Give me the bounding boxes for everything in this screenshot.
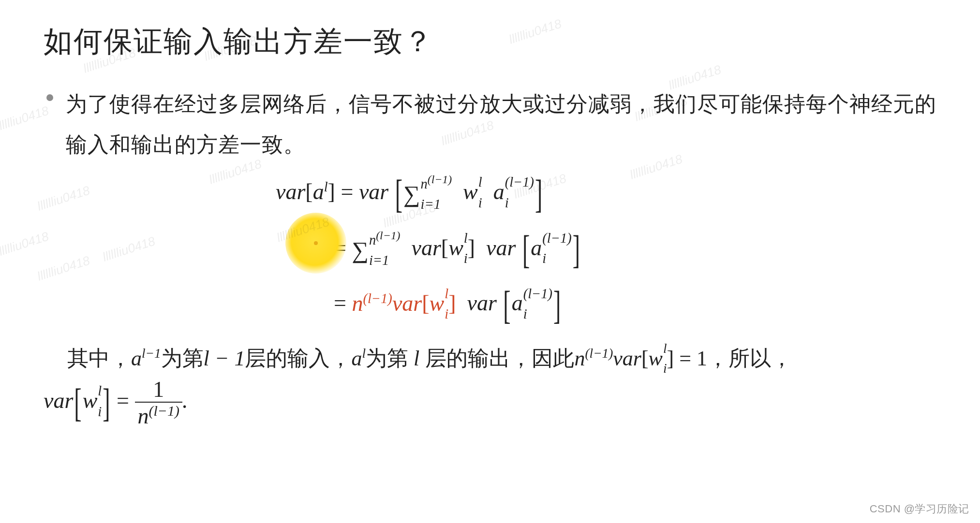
- a-token: a: [313, 180, 324, 204]
- equation-line-3: = n(l−1)var[wli] var [a(l−1)i]: [334, 291, 936, 319]
- n-token: n: [575, 347, 585, 370]
- frac-num: 1: [135, 378, 182, 402]
- a-token: a: [351, 347, 362, 370]
- l-token: l: [414, 347, 419, 370]
- l-token: l: [204, 347, 209, 370]
- sup-lm1: (l−1): [505, 175, 534, 189]
- equation-line-2: = ∑n(l−1)i=1 var[wli] var [a(l−1)i]: [334, 235, 936, 266]
- var-token: var: [613, 347, 641, 370]
- equals-3: =: [334, 291, 352, 316]
- sub-i: i: [542, 252, 571, 266]
- sub-i: i: [98, 405, 102, 419]
- w-token: w: [463, 180, 478, 204]
- watermark: lllllliu0418: [0, 103, 51, 134]
- eq-one: = 1: [674, 347, 707, 370]
- a-token: a: [493, 180, 505, 204]
- sup-lm1: (l−1): [542, 232, 571, 246]
- w-token: w: [649, 347, 663, 370]
- var-token: var: [486, 235, 516, 260]
- sup-l: l: [478, 175, 482, 189]
- footer-attribution: CSDN @学习历险记: [870, 502, 969, 516]
- sub-i: i: [505, 196, 534, 210]
- sup-lm1: (l−1): [523, 287, 552, 301]
- n-token: n: [420, 176, 427, 191]
- sub-i: i: [663, 363, 667, 376]
- fraction: 1n(l−1): [135, 378, 182, 427]
- equation-line-1: var[al] = var [∑n(l−1)i=1 wli a(l−1)i]: [276, 179, 936, 210]
- bullet-item: 为了使得在经过多层网络后，信号不被过分放大或过分减弱，我们尽可能保持每个神经元的…: [46, 84, 936, 164]
- w-token: w: [83, 388, 98, 413]
- sup-lm1: (l−1): [428, 173, 452, 186]
- para-seg-4: 为第: [366, 346, 408, 370]
- sup-l: l: [464, 232, 468, 246]
- sub-i: i: [478, 196, 482, 210]
- var-token: var: [411, 235, 441, 260]
- sup-lm1-plain: l−1: [142, 346, 161, 361]
- sup-l: l: [324, 179, 328, 194]
- var-token-red: var: [392, 291, 422, 316]
- w-token-red: w: [430, 291, 445, 316]
- slide-title: 如何保证输入输出方差一致？: [44, 22, 936, 61]
- sup-lm1: (l−1): [149, 403, 179, 419]
- watermark: lllllliu0418: [275, 214, 331, 245]
- bullet-dot-icon: [46, 94, 53, 101]
- sub-i: i: [445, 307, 448, 321]
- para-seg-2: 为第: [161, 346, 204, 370]
- sup-lm1-red: (l−1): [363, 291, 392, 305]
- n-token: n: [138, 404, 149, 428]
- a-token: a: [512, 291, 523, 316]
- para-seg-5: 层的输出，因此: [419, 346, 574, 370]
- n-token: n: [369, 232, 376, 247]
- para-seg-6: ，所以，: [707, 346, 792, 370]
- watermark: lllllliu0418: [0, 229, 51, 260]
- sup-lm1: (l−1): [585, 346, 613, 361]
- sigma-icon: ∑: [352, 237, 368, 263]
- slide: 如何保证输入输出方差一致？ 为了使得在经过多层网络后，信号不被过分放大或过分减弱…: [0, 0, 980, 523]
- a-token: a: [531, 235, 542, 260]
- watermark: lllllliu0418: [35, 253, 92, 284]
- bullet-text: 为了使得在经过多层网络后，信号不被过分放大或过分减弱，我们尽可能保持每个神经元的…: [66, 84, 936, 164]
- para-seg-3: 层的输入，: [245, 346, 351, 370]
- sum-lower: i=1: [369, 254, 401, 268]
- var-token: var: [359, 180, 388, 204]
- period: .: [182, 388, 188, 413]
- sub-i: i: [523, 307, 552, 321]
- a-token: a: [131, 347, 142, 370]
- sub-i: i: [464, 252, 468, 266]
- watermark: lllllliu0418: [101, 233, 157, 264]
- sup-lm1: (l−1): [376, 229, 400, 242]
- var-token: var: [276, 180, 305, 204]
- var-token: var: [44, 388, 73, 413]
- sup-l: l: [362, 346, 366, 361]
- sup-l: l: [663, 343, 667, 356]
- conclusion-paragraph: 其中，al−1为第l − 1层的输入，al为第 l 层的输出，因此n(l−1)v…: [44, 338, 936, 428]
- sup-l: l: [98, 384, 102, 398]
- equals-2: =: [334, 235, 352, 260]
- equals-4: =: [111, 388, 135, 413]
- sup-l: l: [445, 287, 448, 301]
- watermark: lllllliu0418: [35, 183, 92, 214]
- n-token-red: n: [352, 291, 363, 316]
- sigma-icon: ∑: [403, 181, 420, 207]
- equals-1: =: [341, 180, 358, 204]
- sum-lower: i=1: [420, 198, 452, 212]
- w-token: w: [448, 235, 463, 260]
- var-token: var: [467, 291, 496, 316]
